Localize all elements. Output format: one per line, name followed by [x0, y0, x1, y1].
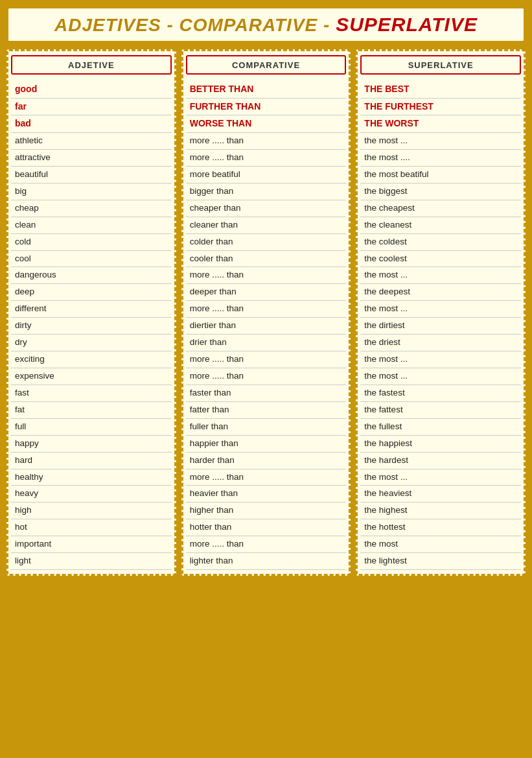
col-header-text-0: ADJETIVE	[68, 60, 115, 70]
title-box: ADJETIVES - COMPARATIVE - SUPERLATIVE	[6, 6, 526, 43]
row-1-28: lighter than	[186, 553, 347, 570]
row-2-21: the happiest	[360, 436, 521, 453]
row-2-22: the hardest	[360, 453, 521, 469]
row-0-27: important	[11, 536, 172, 553]
row-1-25: higher than	[186, 503, 347, 519]
row-0-22: hard	[11, 453, 172, 469]
row-0-18: fast	[11, 385, 172, 402]
row-2-4: the most ....	[360, 150, 521, 167]
row-1-23: more ..... than	[186, 469, 347, 486]
row-0-4: attractive	[11, 150, 172, 167]
row-1-11: more ..... than	[186, 267, 347, 284]
row-1-22: harder than	[186, 453, 347, 469]
row-2-24: the heaviest	[360, 486, 521, 503]
row-0-26: hot	[11, 519, 172, 536]
row-0-25: high	[11, 503, 172, 519]
row-0-23: healthy	[11, 469, 172, 486]
title-part2: SUPERLATIVE	[336, 14, 478, 35]
row-2-11: the most ...	[360, 267, 521, 284]
row-0-7: cheap	[11, 200, 172, 217]
row-2-27: the most	[360, 536, 521, 553]
row-2-5: the most beatiful	[360, 167, 521, 184]
row-1-8: cleaner than	[186, 217, 347, 234]
row-1-15: drier than	[186, 335, 347, 351]
row-0-14: dirty	[11, 318, 172, 335]
row-0-9: cold	[11, 234, 172, 251]
column-2: SUPERLATIVETHE BESTTHE FURTHESTTHE WORST…	[356, 49, 526, 576]
row-2-23: the most ...	[360, 469, 521, 486]
row-2-6: the biggest	[360, 184, 521, 200]
row-0-13: different	[11, 301, 172, 318]
row-1-21: happier than	[186, 436, 347, 453]
row-1-14: diertier than	[186, 318, 347, 335]
row-2-0: THE BEST	[360, 81, 521, 99]
row-0-12: deep	[11, 284, 172, 301]
col-header-1: COMPARATIVE	[186, 55, 347, 75]
row-1-9: colder than	[186, 234, 347, 251]
row-0-5: beautiful	[11, 167, 172, 184]
row-0-20: full	[11, 419, 172, 436]
row-2-8: the cleanest	[360, 217, 521, 234]
row-2-1: THE FURTHEST	[360, 99, 521, 116]
row-1-24: heavier than	[186, 486, 347, 503]
row-1-4: more ..... than	[186, 150, 347, 167]
column-1: COMPARATIVEBETTER THANFURTHER THANWORSE …	[181, 49, 351, 576]
row-1-6: bigger than	[186, 184, 347, 200]
row-1-7: cheaper than	[186, 200, 347, 217]
row-0-10: cool	[11, 251, 172, 268]
row-2-13: the most ...	[360, 301, 521, 318]
col-header-2: SUPERLATIVE	[360, 55, 521, 75]
row-1-18: faster than	[186, 385, 347, 402]
row-1-13: more ..... than	[186, 301, 347, 318]
row-2-25: the highest	[360, 503, 521, 519]
row-1-27: more ..... than	[186, 536, 347, 553]
row-1-19: fatter than	[186, 402, 347, 419]
row-2-28: the lightest	[360, 553, 521, 570]
row-0-21: happy	[11, 436, 172, 453]
col-header-text-1: COMPARATIVE	[232, 60, 300, 70]
title-part1: ADJETIVES - COMPARATIVE -	[54, 15, 336, 35]
row-2-7: the cheapest	[360, 200, 521, 217]
col-header-0: ADJETIVE	[11, 55, 172, 75]
row-2-26: the hottest	[360, 519, 521, 536]
row-0-17: expensive	[11, 368, 172, 385]
row-1-16: more ..... than	[186, 351, 347, 368]
columns-wrapper: ADJETIVEgoodfarbadathleticattractivebeau…	[6, 49, 526, 576]
row-2-17: the most ...	[360, 368, 521, 385]
row-1-1: FURTHER THAN	[186, 99, 347, 116]
row-2-3: the most ...	[360, 133, 521, 150]
row-0-15: dry	[11, 335, 172, 351]
row-2-9: the coldest	[360, 234, 521, 251]
row-1-17: more ..... than	[186, 368, 347, 385]
row-2-16: the most ...	[360, 351, 521, 368]
col-header-text-2: SUPERLATIVE	[408, 60, 474, 70]
row-1-0: BETTER THAN	[186, 81, 347, 99]
row-1-10: cooler than	[186, 251, 347, 268]
row-0-11: dangerous	[11, 267, 172, 284]
title-text: ADJETIVES - COMPARATIVE - SUPERLATIVE	[54, 15, 478, 35]
row-0-16: exciting	[11, 351, 172, 368]
row-1-12: deeper than	[186, 284, 347, 301]
row-2-20: the fullest	[360, 419, 521, 436]
row-0-0: good	[11, 81, 172, 99]
row-1-5: more beatiful	[186, 167, 347, 184]
row-2-10: the coolest	[360, 251, 521, 268]
row-2-12: the deepest	[360, 284, 521, 301]
row-0-1: far	[11, 99, 172, 116]
row-0-19: fat	[11, 402, 172, 419]
row-1-20: fuller than	[186, 419, 347, 436]
row-1-26: hotter than	[186, 519, 347, 536]
row-0-2: bad	[11, 115, 172, 133]
row-0-24: heavy	[11, 486, 172, 503]
row-0-8: clean	[11, 217, 172, 234]
row-0-28: light	[11, 553, 172, 570]
row-1-2: WORSE THAN	[186, 115, 347, 133]
row-2-15: the driest	[360, 335, 521, 351]
row-2-19: the fattest	[360, 402, 521, 419]
row-1-3: more ..... than	[186, 133, 347, 150]
row-2-18: the fastest	[360, 385, 521, 402]
row-2-2: THE WORST	[360, 115, 521, 133]
row-2-14: the dirtiest	[360, 318, 521, 335]
row-0-3: athletic	[11, 133, 172, 150]
column-0: ADJETIVEgoodfarbadathleticattractivebeau…	[6, 49, 176, 576]
